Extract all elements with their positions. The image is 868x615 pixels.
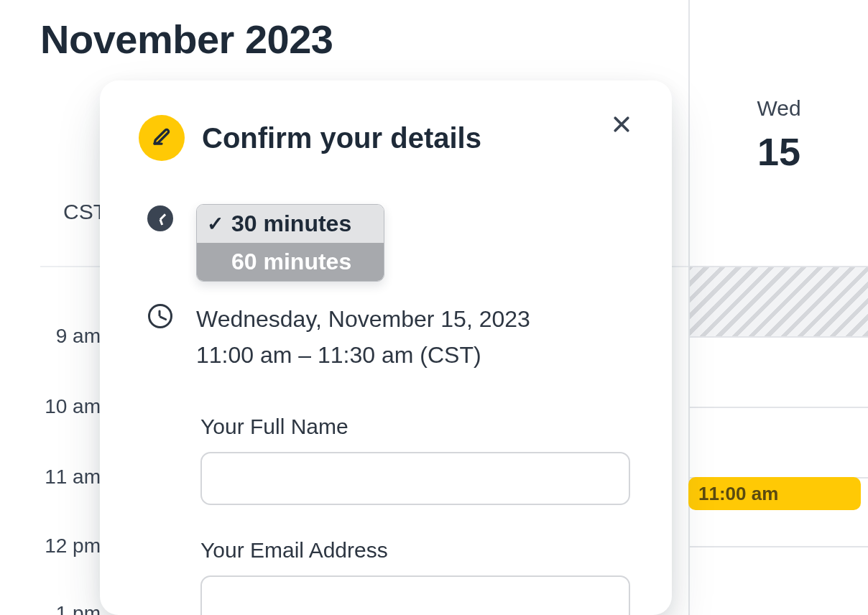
- close-icon: [611, 114, 632, 137]
- datetime-icon-slot: [146, 302, 175, 330]
- email-label: Your Email Address: [200, 538, 633, 563]
- hour-label-10am: 10 am: [0, 395, 101, 418]
- page-title: November 2023: [40, 16, 333, 63]
- hour-label-9am: 9 am: [0, 325, 101, 348]
- day-column-wed-15[interactable]: Wed 15: [688, 0, 868, 615]
- grid-line: [690, 266, 868, 267]
- close-button[interactable]: [607, 111, 636, 139]
- hour-label-11am: 11 am: [0, 466, 101, 489]
- duration-icon-slot: [146, 204, 175, 233]
- duration-select-dropdown[interactable]: ✓ 30 minutes 60 minutes: [196, 204, 384, 282]
- grid-line: [690, 336, 868, 338]
- duration-option-label: 60 minutes: [231, 249, 351, 275]
- edit-badge: [139, 115, 185, 161]
- day-name: Wed: [690, 96, 868, 121]
- calendar-event[interactable]: 11:00 am: [688, 477, 861, 510]
- duration-option-60min[interactable]: 60 minutes: [197, 243, 384, 281]
- email-input[interactable]: [200, 575, 630, 615]
- modal-title: Confirm your details: [202, 122, 481, 154]
- selected-datetime: Wednesday, November 15, 2023 11:00 am – …: [196, 302, 530, 373]
- confirm-details-modal: Confirm your details ✓ 30 minutes 60 min…: [100, 80, 672, 615]
- hour-label-12pm: 12 pm: [0, 535, 101, 558]
- duration-option-label: 30 minutes: [231, 211, 351, 237]
- full-name-input[interactable]: [200, 452, 630, 505]
- grid-line: [690, 546, 868, 547]
- event-time-label: 11:00 am: [698, 483, 778, 505]
- day-number: 15: [690, 129, 868, 174]
- selected-date: Wednesday, November 15, 2023: [196, 302, 530, 338]
- clock-icon: [147, 205, 173, 231]
- full-name-label: Your Full Name: [200, 415, 633, 439]
- pencil-icon: [151, 126, 172, 150]
- clock-outline-icon: [148, 304, 172, 328]
- checkmark-icon: ✓: [207, 212, 223, 236]
- duration-option-30min[interactable]: ✓ 30 minutes: [197, 205, 384, 243]
- grid-line: [690, 407, 868, 408]
- hour-label-1pm: 1 pm: [0, 602, 101, 615]
- selected-time-range: 11:00 am – 11:30 am (CST): [196, 338, 530, 374]
